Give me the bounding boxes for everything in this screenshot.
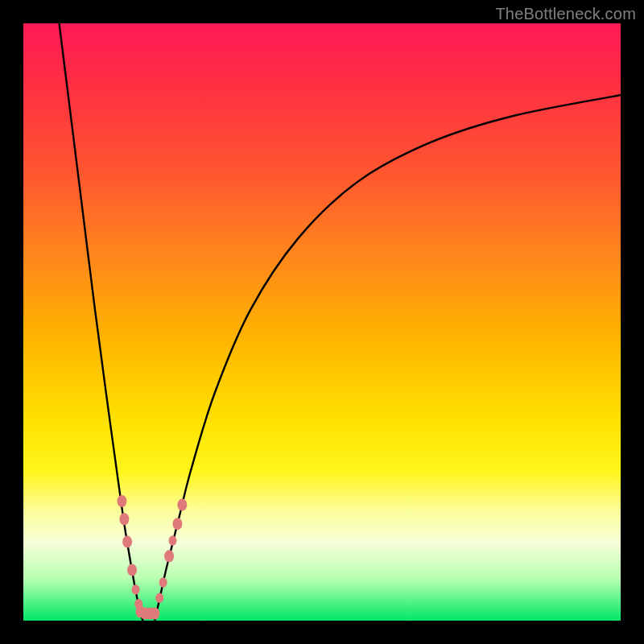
attribution-text: TheBottleneck.com [495,5,636,23]
plot-area [23,23,621,621]
data-marker [164,550,174,562]
data-marker [132,584,140,595]
right-curve [155,95,621,621]
data-marker [177,499,187,511]
data-marker [155,593,163,604]
chart-svg [23,23,621,621]
data-marker [122,536,132,548]
left-curve [60,23,143,621]
data-marker [127,564,137,576]
marker-group [117,495,187,620]
data-marker [159,577,167,588]
data-marker [172,518,182,530]
data-marker [117,495,126,507]
data-marker [119,513,129,525]
data-marker [169,535,177,546]
data-marker [150,608,159,620]
chart-frame: TheBottleneck.com [0,0,644,644]
